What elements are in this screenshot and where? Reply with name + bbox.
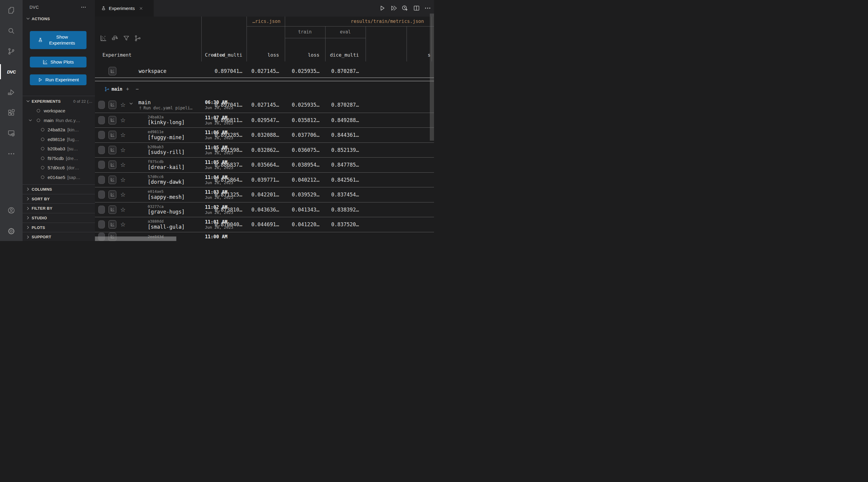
star-icon[interactable]: ☆ xyxy=(120,192,126,198)
subgroup-eval[interactable]: eval xyxy=(325,26,366,38)
col-loss-train[interactable]: loss xyxy=(267,52,279,58)
actions-section-header[interactable]: ACTIONS xyxy=(26,16,50,21)
add-to-queue-button[interactable] xyxy=(401,4,408,12)
sidebar-section-filter-by[interactable]: FILTER BY xyxy=(23,203,95,213)
row-checkbox[interactable] xyxy=(98,191,105,199)
row-checkbox[interactable] xyxy=(98,116,105,124)
sidebar-item-b20bab3[interactable]: b20bab3[su… xyxy=(23,144,95,154)
sidebar-item-e014ae5[interactable]: e014ae5[sap… xyxy=(23,172,95,182)
star-icon[interactable]: ☆ xyxy=(120,177,126,183)
sidebar-item-24ba82a[interactable]: 24ba82a[kin… xyxy=(23,125,95,135)
activity-item-source-control[interactable] xyxy=(0,41,23,61)
experiment-cell: 57d0cc6[dormy-dawk] xyxy=(148,174,185,185)
col-experiment[interactable]: Experiment xyxy=(102,52,131,58)
metric-value: 0.043636… xyxy=(251,207,279,213)
sidebar-section-support[interactable]: SUPPORT xyxy=(23,232,95,241)
table-row-a3880dd[interactable]: ☆a3880dd[small-gula]11:01 AMJun 26, 2023… xyxy=(95,217,434,232)
run-button[interactable] xyxy=(378,4,386,12)
table-row-main[interactable]: ☆mainRun dvc.yaml pipeli…06:30 AMJun 20,… xyxy=(95,97,434,113)
sidebar-section-columns[interactable]: COLUMNS xyxy=(23,184,95,194)
plots-toggle-button[interactable] xyxy=(108,101,116,109)
add-branch-button[interactable]: + xyxy=(126,86,129,93)
experiments-section-header[interactable]: EXPERIMENTS 0 of 22 (… xyxy=(26,99,93,104)
subgroup-train[interactable]: train xyxy=(285,26,325,38)
sidebar-section-studio[interactable]: STUDIO xyxy=(23,213,95,223)
table-row-f975cdb[interactable]: ☆f975cdb[drear-kail]11:05 AMJun 26, 2023… xyxy=(95,158,434,172)
sidebar-item-57d0cc6[interactable]: 57d0cc6[dor… xyxy=(23,163,95,172)
star-icon[interactable]: ☆ xyxy=(120,117,126,123)
table-row-03277ca[interactable]: ☆03277ca[grave-hugs]11:02 AMJun 26, 2023… xyxy=(95,202,434,218)
move-columns-button[interactable] xyxy=(111,35,119,42)
metric-value: 0.035812… xyxy=(292,117,319,123)
vertical-scrollbar[interactable] xyxy=(430,13,434,141)
table-row-workspace[interactable]: workspace0.897041…0.027145…0.025935…0.87… xyxy=(95,61,434,81)
metric-value: 0.039771… xyxy=(251,177,279,183)
remove-branch-button[interactable]: − xyxy=(135,86,139,93)
row-checkbox[interactable] xyxy=(98,146,105,154)
plots-toggle-button[interactable] xyxy=(108,205,116,214)
row-checkbox[interactable] xyxy=(98,131,105,139)
row-checkbox[interactable] xyxy=(98,161,105,169)
search-icon xyxy=(7,27,16,35)
plots-toggle-button[interactable] xyxy=(108,116,116,124)
plots-toggle-button[interactable] xyxy=(108,175,116,184)
metrics-file-group[interactable]: results/train/metrics.json xyxy=(285,17,424,26)
sidebar-item-main[interactable]: mainRun dvc.y… xyxy=(23,116,95,125)
chevron-down-icon[interactable] xyxy=(129,101,133,106)
activity-item-extensions[interactable] xyxy=(0,102,23,123)
row-checkbox[interactable] xyxy=(98,175,105,184)
plots-toggle-button[interactable] xyxy=(108,131,116,139)
star-icon[interactable]: ☆ xyxy=(120,132,126,138)
table-row-24ba82a[interactable]: ☆24ba82a[kinky-long]11:07 AMJun 26, 2023… xyxy=(95,113,434,128)
star-icon[interactable]: ☆ xyxy=(120,207,126,213)
sidebar-item-f975cdb[interactable]: f975cdb[dre… xyxy=(23,154,95,163)
row-checkbox[interactable] xyxy=(98,221,105,229)
split-editor-button[interactable] xyxy=(413,4,420,12)
activity-item-more[interactable] xyxy=(0,143,23,164)
table-row-e014ae5[interactable]: ☆e014ae5[sappy-mesh]11:03 AMJun 26, 2023… xyxy=(95,187,434,202)
row-checkbox[interactable] xyxy=(98,205,105,214)
run-all-button[interactable] xyxy=(390,4,398,12)
table-row-ed9811e[interactable]: ☆ed9811e[fuggy-mine]11:06 AMJun 26, 2023… xyxy=(95,128,434,143)
plots-toggle-button[interactable] xyxy=(108,146,116,154)
star-icon[interactable]: ☆ xyxy=(120,147,126,153)
horizontal-scrollbar[interactable] xyxy=(95,236,176,241)
col-dice-multi-train[interactable]: dice_multi xyxy=(330,52,359,58)
sidebar-item-ed9811e[interactable]: ed9811e[fug… xyxy=(23,135,95,144)
close-icon[interactable] xyxy=(139,6,143,10)
plots-toggle-button[interactable] xyxy=(108,67,116,75)
run-debug-icon xyxy=(7,88,16,96)
activity-item-explorer[interactable] xyxy=(0,0,23,21)
plots-toggle-button[interactable] xyxy=(108,161,116,169)
filter-button[interactable] xyxy=(123,35,130,42)
show-experiments-button[interactable]: Show Experiments xyxy=(30,31,87,49)
sidebar-item-workspace[interactable]: workspace xyxy=(23,106,95,116)
sidebar-section-plots[interactable]: PLOTS xyxy=(23,223,95,232)
activity-item-remote-explorer[interactable] xyxy=(0,123,23,143)
table-row-57d0cc6[interactable]: ☆57d0cc6[dormy-dawk]11:04 AMJun 26, 2023… xyxy=(95,172,434,188)
plots-toggle-button[interactable] xyxy=(108,190,116,199)
column-border xyxy=(366,26,366,61)
tab-experiments[interactable]: Experiments xyxy=(95,0,154,17)
activity-item-search[interactable] xyxy=(0,21,23,41)
table-row-b20bab3[interactable]: ☆b20bab3[sudsy-rill]11:05 AMJun 26, 2023… xyxy=(95,143,434,158)
metrics-file-group[interactable]: …rics.json xyxy=(247,17,281,26)
show-plots-button[interactable]: Show Plots xyxy=(30,57,87,67)
plots-toggle-button[interactable] xyxy=(108,220,116,229)
plots-button[interactable] xyxy=(100,35,107,42)
col-loss-eval[interactable]: loss xyxy=(308,52,319,58)
activity-item-run-debug[interactable] xyxy=(0,82,23,102)
col-dice-multi[interactable]: dice_multi xyxy=(213,52,242,58)
activity-item-settings[interactable] xyxy=(0,221,23,241)
run-experiment-button[interactable]: Run Experiment xyxy=(30,74,87,85)
activity-item-dvc[interactable]: DVC xyxy=(0,61,23,82)
sidebar-more-icon[interactable] xyxy=(81,4,87,10)
sidebar-section-sort-by[interactable]: SORT BY xyxy=(23,194,95,204)
branches-button[interactable] xyxy=(134,35,141,42)
more-actions-button[interactable] xyxy=(424,4,431,12)
row-checkbox[interactable] xyxy=(98,101,105,109)
star-icon[interactable]: ☆ xyxy=(120,221,126,227)
star-icon[interactable]: ☆ xyxy=(120,162,126,168)
star-icon[interactable]: ☆ xyxy=(120,102,126,108)
activity-item-account[interactable] xyxy=(0,200,23,221)
